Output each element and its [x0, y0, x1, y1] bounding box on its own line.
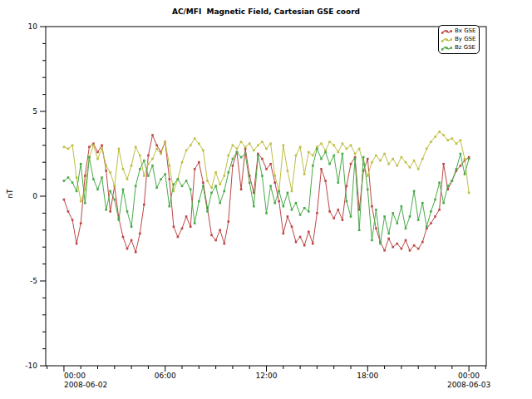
- legend-item-bz[interactable]: Bz GSE: [441, 44, 475, 52]
- bx-line-sample-icon: [441, 28, 452, 35]
- bz-line-sample-icon: [441, 45, 452, 52]
- svg-text:-10: -10: [25, 362, 37, 370]
- svg-text:00:00: 00:00: [458, 372, 480, 380]
- y-axis: 1050-5-10: [25, 22, 46, 370]
- svg-text:12:00: 12:00: [256, 372, 278, 380]
- plot-frame: [46, 27, 486, 366]
- legend-label-bz: Bz GSE: [455, 44, 475, 52]
- series-bz-gse: [63, 148, 470, 245]
- plot-window: AC/MFI Magnetic Field, Cartesian GSE coo…: [0, 0, 532, 399]
- legend-label-bx: Bx GSE: [455, 27, 475, 35]
- svg-text:10: 10: [28, 22, 38, 31]
- svg-text:2008-06-02: 2008-06-02: [64, 381, 107, 389]
- x-axis: 00:002008-06-0206:0012:0018:0000:002008-…: [47, 366, 491, 389]
- svg-text:18:00: 18:00: [357, 372, 378, 380]
- svg-text:-5: -5: [30, 277, 37, 285]
- svg-text:5: 5: [32, 107, 37, 116]
- legend-item-bx[interactable]: Bx GSE: [441, 27, 475, 35]
- legend-label-by: By GSE: [455, 36, 475, 43]
- svg-text:00:00: 00:00: [64, 372, 86, 380]
- legend-item-by[interactable]: By GSE: [441, 36, 475, 43]
- plot-canvas[interactable]: 1050-5-1000:002008-06-0206:0012:0018:000…: [0, 0, 532, 399]
- by-line-sample-icon: [441, 37, 452, 43]
- legend-box: Bx GSE By GSE Bz GSE: [438, 25, 480, 54]
- series-by-gse: [63, 131, 470, 202]
- svg-text:06:00: 06:00: [155, 372, 176, 380]
- svg-text:2008-06-03: 2008-06-03: [447, 381, 490, 389]
- svg-text:0: 0: [32, 192, 37, 200]
